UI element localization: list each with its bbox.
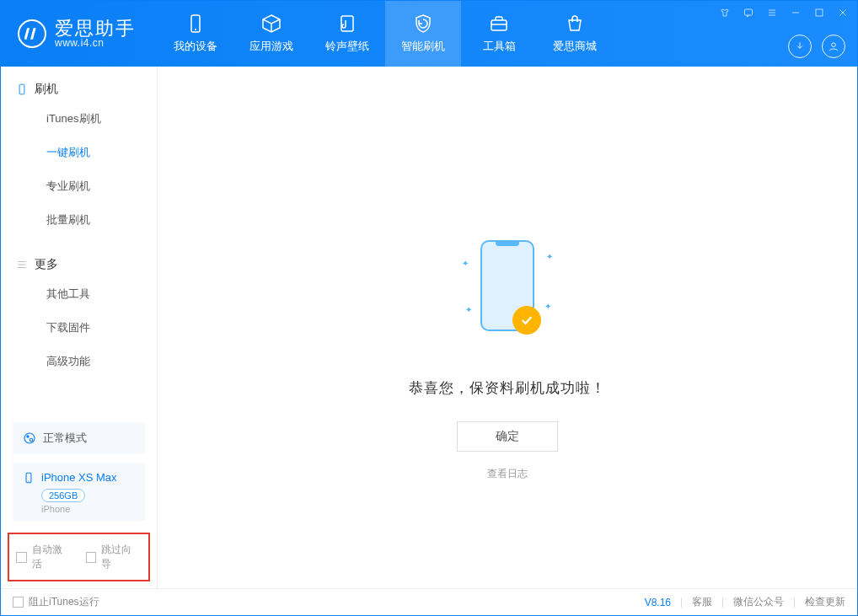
nav-apps-games[interactable]: 应用游戏 (233, 1, 309, 67)
checkbox-icon (86, 552, 97, 563)
nav-my-device[interactable]: 我的设备 (158, 1, 233, 67)
mode-label: 正常模式 (43, 431, 87, 446)
group-label: 刷机 (35, 82, 58, 97)
check-badge-icon (512, 306, 541, 335)
svg-point-1 (195, 29, 196, 30)
sidebar-list-more: 其他工具 下载固件 高级功能 (1, 272, 157, 383)
nav-toolbox[interactable]: 工具箱 (461, 1, 537, 67)
sidebar-item-other-tools[interactable]: 其他工具 (1, 277, 157, 311)
app-body: 刷机 iTunes刷机 一键刷机 专业刷机 批量刷机 更多 其他工具 下载固件 … (1, 67, 857, 588)
download-icon[interactable] (788, 35, 812, 58)
sidebar-item-advanced[interactable]: 高级功能 (1, 345, 157, 378)
main-content: ✦✦ ✦✦ 恭喜您，保资料刷机成功啦！ 确定 查看日志 (158, 67, 857, 588)
view-log-link[interactable]: 查看日志 (487, 467, 528, 481)
nav-smart-flash[interactable]: 智能刷机 (385, 1, 461, 67)
nav-label: 工具箱 (483, 39, 516, 54)
checkbox-auto-activate[interactable]: 自动激活 (16, 543, 72, 571)
user-icon[interactable] (822, 35, 845, 58)
sidebar-item-itunes-flash[interactable]: iTunes刷机 (1, 102, 157, 136)
status-link-support[interactable]: 客服 (692, 595, 712, 609)
mode-card[interactable]: 正常模式 (13, 422, 145, 454)
nav-store[interactable]: 爱思商城 (537, 1, 613, 67)
ok-button[interactable]: 确定 (457, 421, 558, 452)
nav-label: 铃声壁纸 (325, 39, 369, 54)
device-card[interactable]: iPhone XS Max 256GB iPhone (13, 463, 145, 521)
maximize-icon[interactable] (810, 6, 829, 19)
sidebar-item-pro-flash[interactable]: 专业刷机 (1, 169, 157, 203)
window-controls (716, 6, 852, 19)
nav-label: 智能刷机 (401, 39, 445, 54)
app-subtitle: www.i4.cn (55, 38, 136, 48)
nav-ringtones-wallpapers[interactable]: 铃声壁纸 (309, 1, 385, 67)
svg-rect-4 (745, 9, 753, 15)
status-bar: 阻止iTunes运行 V8.16 客服 微信公众号 检查更新 (1, 588, 857, 615)
checkbox-label: 跳过向导 (101, 543, 142, 571)
status-link-wechat[interactable]: 微信公众号 (733, 595, 784, 609)
success-illustration: ✦✦ ✦✦ (457, 235, 558, 336)
nav-label: 我的设备 (174, 39, 217, 54)
checkbox-skip-wizard[interactable]: 跳过向导 (86, 543, 142, 571)
logo-icon (18, 19, 46, 48)
tshirt-icon[interactable] (716, 6, 734, 19)
sidebar-item-download-firmware[interactable]: 下载固件 (1, 311, 157, 345)
sidebar-item-oneclick-flash[interactable]: 一键刷机 (1, 136, 157, 169)
checkbox-label: 自动激活 (32, 543, 72, 571)
sidebar: 刷机 iTunes刷机 一键刷机 专业刷机 批量刷机 更多 其他工具 下载固件 … (1, 67, 158, 588)
minimize-icon[interactable] (786, 6, 805, 19)
device-storage: 256GB (41, 489, 85, 502)
group-label: 更多 (35, 257, 58, 272)
sidebar-group-more: 更多 (1, 242, 157, 272)
sidebar-group-flash: 刷机 (1, 67, 157, 97)
checkbox-icon (13, 597, 24, 608)
device-type: iPhone (41, 504, 135, 514)
feedback-icon[interactable] (739, 6, 758, 19)
top-nav: 我的设备 应用游戏 铃声壁纸 智能刷机 工具箱 爱思商城 (158, 1, 613, 67)
svg-point-6 (832, 43, 836, 47)
svg-point-10 (29, 438, 32, 441)
device-name: iPhone XS Max (41, 471, 117, 484)
svg-point-9 (26, 435, 29, 437)
app-header: 爱思助手 www.i4.cn 我的设备 应用游戏 铃声壁纸 智能刷机 工具箱 爱… (1, 1, 857, 67)
sidebar-list-flash: iTunes刷机 一键刷机 专业刷机 批量刷机 (1, 97, 157, 242)
nav-label: 爱思商城 (553, 39, 597, 54)
svg-rect-5 (816, 9, 823, 16)
sidebar-item-batch-flash[interactable]: 批量刷机 (1, 203, 157, 237)
svg-rect-7 (19, 84, 24, 94)
checkbox-block-itunes[interactable]: 阻止iTunes运行 (13, 595, 99, 609)
header-actions (788, 35, 845, 58)
status-link-update[interactable]: 检查更新 (805, 595, 845, 609)
app-title: 爱思助手 (55, 19, 136, 38)
svg-point-8 (24, 433, 35, 443)
svg-rect-2 (341, 16, 353, 31)
checkbox-icon (16, 552, 27, 563)
svg-rect-3 (491, 20, 507, 30)
options-highlight: 自动激活 跳过向导 (8, 533, 150, 581)
success-message: 恭喜您，保资料刷机成功啦！ (409, 378, 606, 398)
menu-icon[interactable] (763, 6, 781, 19)
nav-label: 应用游戏 (249, 39, 293, 54)
version-label: V8.16 (645, 597, 671, 608)
svg-point-12 (28, 480, 29, 481)
phone-icon (480, 240, 534, 331)
app-logo: 爱思助手 www.i4.cn (1, 19, 149, 48)
checkbox-label: 阻止iTunes运行 (29, 595, 99, 609)
close-icon[interactable] (834, 6, 852, 19)
